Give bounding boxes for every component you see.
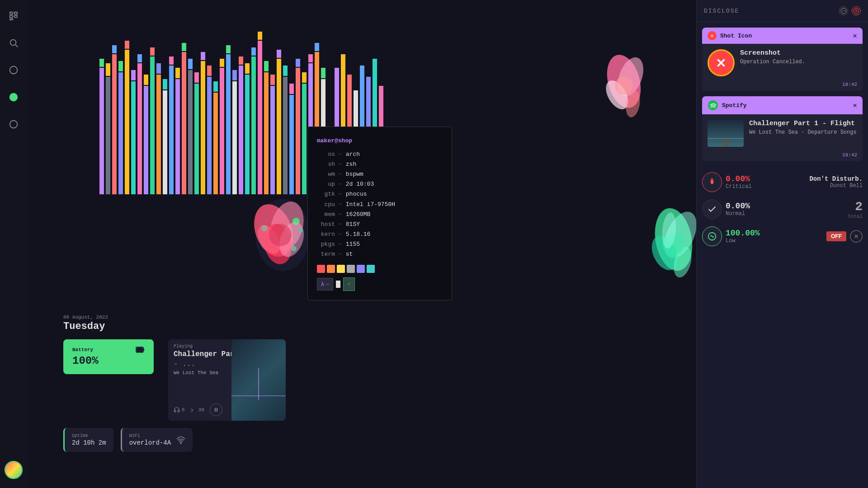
svg-rect-53 (232, 70, 237, 80)
svg-rect-21 (131, 70, 136, 80)
terminal-username: maker@shop (317, 136, 443, 146)
critical-label: Critical (726, 183, 806, 190)
terminal-cursor (336, 281, 340, 288)
playing-forward-count: 30 (198, 407, 204, 413)
sidebar (0, 0, 27, 488)
svg-rect-56 (245, 75, 250, 194)
terminal-color-palette (317, 265, 443, 273)
svg-rect-38 (188, 70, 193, 194)
grid-icon[interactable] (7, 9, 20, 23)
svg-rect-26 (150, 56, 155, 194)
svg-rect-25 (144, 75, 148, 85)
svg-rect-16 (118, 72, 123, 194)
color-yellow (337, 265, 345, 273)
svg-rect-20 (131, 81, 136, 194)
svg-rect-30 (163, 90, 167, 194)
svg-line-6 (15, 45, 18, 47)
pause-button[interactable] (210, 404, 222, 416)
svg-rect-66 (277, 59, 281, 194)
spotify-header-title: Spotify (722, 102, 849, 109)
svg-rect-51 (226, 45, 231, 53)
svg-rect-67 (277, 50, 281, 58)
off-button[interactable]: OFF (826, 231, 846, 241)
svg-rect-47 (213, 81, 218, 92)
svg-rect-33 (169, 56, 174, 65)
uptime-card: Uptime 2d 10h 2m (63, 428, 113, 452)
svg-rect-0 (10, 12, 13, 14)
minimize-button[interactable] (839, 6, 848, 15)
spotify-notification-body: Challenger Part 1 - Flight We Lost The S… (702, 114, 863, 152)
color-red (317, 265, 325, 273)
svg-rect-29 (156, 63, 161, 74)
terminal-window: maker@shop os ~ arch sh ~ zsh wm ~ bspwm… (307, 127, 452, 300)
svg-point-107 (269, 224, 292, 246)
info-panel: 09 August, 2022 Tuesday Battery 100% Pla… (63, 314, 286, 452)
critical-row: 0.00% Critical Don't Disturb. Dunst Bell (702, 172, 863, 192)
dnd-section: 0.00% Critical Don't Disturb. Dunst Bell… (697, 167, 868, 259)
search-icon[interactable] (7, 36, 20, 50)
svg-point-111 (261, 225, 268, 231)
terminal-row-sh: sh ~ zsh (317, 160, 443, 169)
dismiss-button[interactable] (850, 230, 863, 243)
playing-album-art (231, 339, 286, 421)
battery-card: Battery 100% (63, 339, 154, 374)
avatar[interactable] (5, 461, 23, 479)
svg-point-109 (298, 228, 303, 233)
shot-close-button[interactable]: ✕ (853, 31, 857, 40)
svg-point-94 (615, 77, 633, 95)
spotify-close-button[interactable]: ✕ (853, 101, 857, 110)
svg-rect-43 (201, 52, 205, 60)
svg-rect-19 (125, 41, 129, 49)
svg-rect-10 (99, 68, 104, 194)
svg-rect-27 (150, 47, 155, 56)
svg-rect-72 (296, 68, 300, 194)
circle-icon-2[interactable] (7, 117, 20, 131)
svg-rect-15 (112, 45, 117, 53)
disclose-header: DISCLOSE (697, 0, 868, 22)
terminal-row-term: term ~ st (317, 249, 443, 259)
terminal-row-mem: mem ~ 16260MB (317, 210, 443, 220)
uptime-value: 2d 10h 2m (72, 439, 106, 446)
pause-icon (213, 407, 219, 413)
terminal-row-os: os ~ arch (317, 150, 443, 160)
terminal-row-up: up ~ 2d 10:03 (317, 179, 443, 189)
battery-value: 100% (72, 355, 145, 367)
svg-rect-68 (283, 77, 288, 194)
notification-header-spotify: Spotify ✕ (702, 96, 863, 114)
svg-point-108 (292, 218, 300, 225)
svg-rect-37 (182, 43, 186, 51)
svg-rect-77 (308, 54, 313, 62)
shot-icon-circle (708, 49, 735, 76)
decorative-art-1 (597, 45, 651, 145)
critical-icon-btn[interactable] (702, 172, 722, 192)
circle-icon-1[interactable] (7, 63, 20, 77)
shot-icon-notification: ✕ Shot Icon ✕ Screenshot Operation Cance… (702, 28, 863, 91)
close-button[interactable] (852, 6, 861, 15)
normal-label: Normal (726, 211, 844, 217)
svg-rect-64 (270, 86, 275, 194)
svg-rect-75 (302, 72, 307, 83)
disclose-title: DISCLOSE (704, 8, 739, 14)
playing-card: Playing Challenger Part 1 - ... We Lost … (168, 339, 286, 421)
svg-rect-41 (194, 72, 199, 83)
low-label: Low (726, 238, 823, 244)
terminal-check-btn[interactable]: ✓ (343, 277, 355, 291)
terminal-lambda-btn[interactable]: λ ~ (317, 278, 333, 291)
day-label: Tuesday (63, 321, 286, 332)
circle-filled-icon[interactable] (7, 90, 20, 104)
svg-rect-52 (232, 81, 237, 194)
date-full: 09 August, 2022 (63, 314, 286, 320)
svg-rect-46 (213, 93, 218, 194)
color-orange (327, 265, 335, 273)
shot-header-title: Shot Icon (720, 33, 849, 39)
svg-rect-17 (118, 61, 123, 71)
svg-rect-114 (137, 347, 143, 352)
low-icon-btn[interactable] (702, 226, 722, 246)
svg-rect-50 (226, 54, 231, 194)
svg-rect-45 (207, 66, 212, 76)
svg-rect-28 (156, 75, 161, 194)
normal-icon-btn[interactable] (702, 199, 722, 219)
svg-point-9 (10, 121, 18, 128)
spotify-icon (708, 100, 718, 111)
decorative-art-2 (642, 194, 705, 298)
